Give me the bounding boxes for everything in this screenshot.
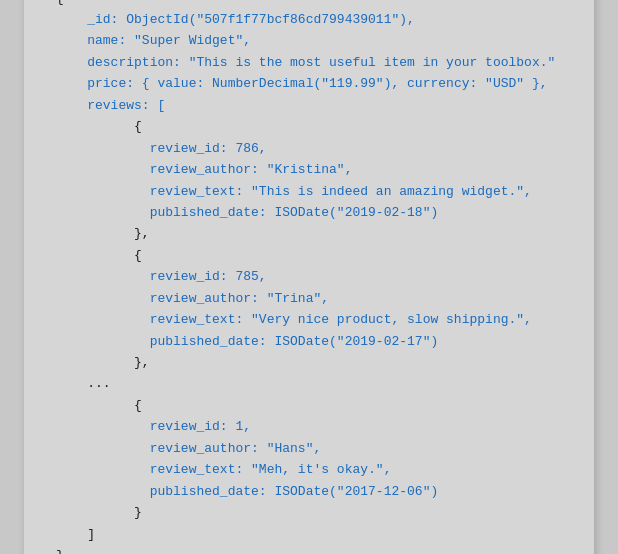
line-desc: description: "This is the most useful it…: [87, 55, 555, 70]
line-name: name: "Super Widget",: [87, 33, 251, 48]
line-rid2: review_id: 785,: [150, 269, 267, 284]
spacer15: [56, 462, 150, 477]
code-container: { _id: ObjectId("507f1f77bcf86cd79943901…: [24, 0, 594, 554]
line-rtext3: review_text: "Meh, it's okay.",: [150, 462, 392, 477]
spacer5: {: [56, 119, 150, 155]
line-rauthor1: review_author: "Kristina",: [150, 162, 353, 177]
spacer3: [56, 76, 87, 91]
line-rauthor2: review_author: "Trina",: [150, 291, 329, 306]
spacer11: [56, 312, 150, 327]
line-rdate2: published_date: ISODate("2019-02-17"): [150, 334, 439, 349]
spacer2: [56, 55, 87, 70]
spacer1: [56, 33, 87, 48]
spacer17: } ] }: [56, 505, 142, 554]
spacer13: }, ... {: [56, 355, 150, 434]
line-rid1: review_id: 786,: [150, 141, 267, 156]
line-rdate3: published_date: ISODate("2017-12-06"): [150, 484, 439, 499]
spacer4: [56, 98, 87, 113]
line-rdate1: published_date: ISODate("2019-02-18"): [150, 205, 439, 220]
line-rid3: review_id: 1,: [150, 419, 251, 434]
spacer16: [56, 484, 150, 499]
line-brace-open: {: [56, 0, 87, 27]
line-id: _id: ObjectId("507f1f77bcf86cd799439011"…: [87, 12, 415, 27]
line-price: price: { value: NumberDecimal("119.99"),…: [87, 76, 547, 91]
code-block: { _id: ObjectId("507f1f77bcf86cd79943901…: [56, 0, 562, 554]
spacer8: [56, 205, 150, 220]
spacer14: [56, 441, 150, 456]
spacer9: }, {: [56, 226, 150, 284]
spacer10: [56, 291, 150, 306]
spacer12: [56, 334, 150, 349]
line-reviews: reviews: [: [87, 98, 165, 113]
spacer6: [56, 162, 150, 177]
line-rtext2: review_text: "Very nice product, slow sh…: [150, 312, 532, 327]
line-rtext1: review_text: "This is indeed an amazing …: [150, 184, 532, 199]
spacer7: [56, 184, 150, 199]
line-rauthor3: review_author: "Hans",: [150, 441, 322, 456]
